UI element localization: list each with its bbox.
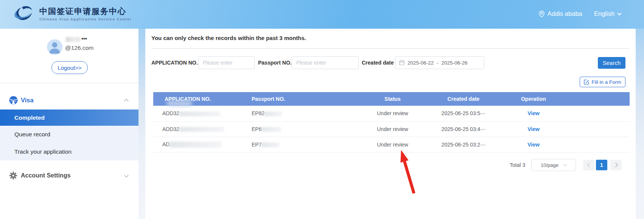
- sidebar-item-account-settings[interactable]: Account Settings: [0, 167, 138, 184]
- application-no-cell: ADD32: [153, 106, 248, 121]
- redacted-text: [261, 142, 280, 147]
- application-no-cell: ADD32: [153, 121, 248, 137]
- status-cell: Under review: [348, 137, 437, 152]
- view-cell: View: [490, 137, 577, 152]
- passport-no-cell: EP7: [248, 137, 348, 152]
- records-table: APPLICATION NO. Passport NO. Status Crea…: [153, 92, 630, 153]
- calendar-icon: [399, 60, 404, 65]
- user-email: @126.com: [65, 45, 93, 51]
- pagination-total: Total 3: [510, 159, 525, 171]
- status-cell: Under review: [348, 106, 437, 121]
- redacted-text: [179, 127, 224, 132]
- chevron-up-icon: [124, 99, 128, 103]
- search-button[interactable]: Search: [598, 57, 625, 69]
- logo-title-english: Chinese Visa Application Service Center: [39, 17, 132, 21]
- next-page-button[interactable]: [610, 160, 622, 170]
- chevron-down-icon: [563, 163, 567, 167]
- language-label: English: [594, 10, 614, 17]
- fill-in-form-label: Fill in a Form: [591, 79, 621, 85]
- status-cell: Under review: [348, 121, 437, 137]
- passport-no-input[interactable]: [292, 56, 359, 69]
- date-separator: -: [437, 60, 439, 66]
- view-cell: View: [490, 106, 577, 121]
- sidebar-item-account-settings-label: Account Settings: [21, 167, 71, 184]
- table-row: ADD32 EP82 Under review 2025-06-25 03:5⋯…: [153, 106, 630, 121]
- passport-no-cell: EP82: [248, 106, 348, 121]
- sidebar-divider: [0, 83, 138, 83]
- created-date-cell: 2025-06-25 03:5⋯: [437, 106, 490, 121]
- table-row: AD EP7 Under review 2025-06-25 03:2⋯ Vie…: [153, 137, 630, 152]
- location-label: Addis ababa: [548, 10, 582, 17]
- top-header: 中国签证申请服务中心 Chinese Visa Application Serv…: [0, 0, 644, 29]
- column-status: Status: [348, 92, 437, 106]
- passport-no-cell: EP6: [248, 121, 348, 137]
- chevron-left-icon: [587, 163, 591, 167]
- current-page-button[interactable]: 1: [596, 160, 607, 170]
- sidebar-item-visa[interactable]: Visa: [0, 91, 138, 110]
- date-from: 2025-06-22: [408, 60, 434, 66]
- application-no-cell: AD: [153, 137, 248, 152]
- fill-in-form-button[interactable]: Fill in a Form: [580, 77, 625, 87]
- records-notice: You can only check the records within th…: [151, 35, 306, 41]
- passport-no-label: Passport NO.: [258, 56, 292, 69]
- globe-icon: [9, 96, 18, 105]
- redaction-smudge: [166, 100, 192, 106]
- chevron-down-icon: [124, 173, 128, 177]
- annotation-arrow: [397, 148, 419, 197]
- chevron-right-icon: [613, 163, 618, 167]
- sidebar: *** @126.com Logout>> Visa Completed Que…: [0, 29, 138, 219]
- previous-page-button[interactable]: [583, 160, 594, 170]
- sidebar-item-track-application[interactable]: Track your application: [0, 143, 138, 160]
- avatar: [47, 39, 62, 55]
- view-link[interactable]: View: [527, 126, 540, 132]
- redacted-text: [66, 37, 80, 42]
- redacted-text: [261, 127, 281, 132]
- created-date-cell: 2025-06-25 03:4⋯: [437, 121, 490, 137]
- chevron-down-icon: [617, 11, 621, 15]
- location-selector[interactable]: Addis ababa: [539, 10, 582, 17]
- location-pin-icon: [539, 11, 544, 17]
- divider: [151, 48, 629, 49]
- site-logo[interactable]: 中国签证申请服务中心 Chinese Visa Application Serv…: [13, 4, 132, 23]
- page-size-value: 10/page: [541, 162, 558, 168]
- view-link[interactable]: View: [527, 142, 540, 148]
- date-range-picker[interactable]: 2025-06-22 - 2025-06-26: [395, 56, 484, 69]
- redacted-text: [264, 111, 282, 116]
- column-created-date: Created date: [437, 92, 490, 106]
- main-content: You can only check the records within th…: [145, 29, 636, 219]
- page-size-select[interactable]: 10/page: [531, 159, 576, 171]
- redacted-text: [179, 111, 220, 116]
- date-to: 2025-06-26: [442, 60, 468, 66]
- column-passport-no: Passport NO.: [248, 92, 348, 106]
- sidebar-item-visa-label: Visa: [21, 91, 34, 110]
- logout-button[interactable]: Logout>>: [51, 61, 88, 74]
- created-date-label: Created date: [362, 56, 394, 69]
- created-date-cell: 2025-06-25 03:2⋯: [437, 137, 490, 152]
- sidebar-item-completed[interactable]: Completed: [0, 110, 138, 126]
- logo-text: 中国签证申请服务中心 Chinese Visa Application Serv…: [39, 6, 132, 21]
- edit-form-icon: [584, 79, 589, 85]
- user-masked-name: ***: [66, 37, 87, 42]
- language-selector[interactable]: English: [594, 10, 621, 17]
- redacted-text: [170, 142, 222, 148]
- visa-application-page: 中国签证申请服务中心 Chinese Visa Application Serv…: [0, 0, 644, 219]
- sidebar-item-queue-record[interactable]: Queue record: [0, 126, 138, 143]
- logo-swoosh-icon: [13, 4, 35, 23]
- view-cell: View: [490, 121, 577, 137]
- column-filler: [577, 92, 630, 106]
- gear-icon: [9, 171, 17, 180]
- view-link[interactable]: View: [527, 110, 540, 116]
- column-operation: Operation: [490, 92, 577, 106]
- logo-title-chinese: 中国签证申请服务中心: [39, 6, 132, 16]
- table-header-row: APPLICATION NO. Passport NO. Status Crea…: [153, 92, 630, 106]
- user-icon: [47, 39, 62, 55]
- application-no-input[interactable]: [198, 56, 255, 69]
- application-no-label: APPLICATION NO.: [151, 56, 198, 69]
- table-row: ADD32 EP6 Under review 2025-06-25 03:4⋯ …: [153, 121, 630, 137]
